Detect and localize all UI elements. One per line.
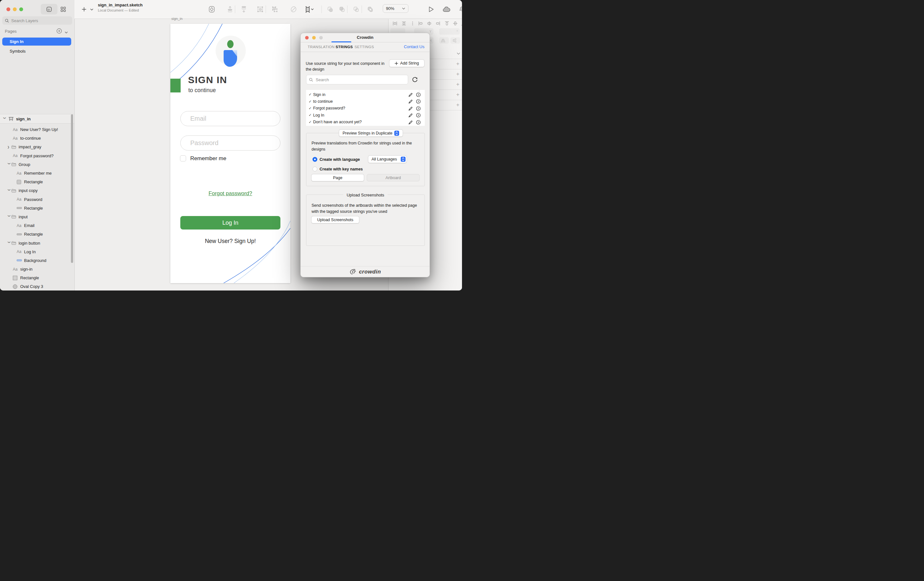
layers-root-row[interactable]: ❯ sign_in: [0, 114, 74, 124]
create-with-key-names-label[interactable]: Create with key names: [320, 167, 363, 171]
boolean-difference-button[interactable]: [366, 5, 375, 14]
contact-us-link[interactable]: Contact Us: [404, 44, 424, 49]
edit-string-button[interactable]: [408, 113, 413, 119]
layer-row[interactable]: ❯input: [0, 212, 74, 221]
more-options-icon[interactable]: [410, 21, 415, 27]
layer-row[interactable]: Rectangle: [0, 273, 74, 282]
disclosure-triangle[interactable]: ❯: [7, 146, 11, 148]
flip-vertical-button[interactable]: [450, 37, 460, 44]
page-button[interactable]: Page: [311, 174, 364, 181]
section-collapse-chevron[interactable]: [457, 52, 460, 56]
create-with-language-label[interactable]: Create with language: [320, 157, 360, 162]
layer-row[interactable]: Rectangle: [0, 230, 74, 238]
grid-view-toggle[interactable]: [58, 4, 68, 15]
add-string-button[interactable]: Add String: [389, 60, 424, 67]
disclosure-triangle[interactable]: ❯: [3, 117, 6, 121]
insert-button[interactable]: [80, 0, 88, 18]
shape-tool-button[interactable]: [207, 5, 216, 14]
boolean-subtract-button[interactable]: [338, 5, 346, 14]
layer-row[interactable]: AaRemember me: [0, 169, 74, 177]
align-right-icon[interactable]: [436, 21, 441, 27]
preview-button[interactable]: [427, 0, 435, 18]
forgot-password-link[interactable]: Forgot password?: [170, 190, 290, 197]
layer-row[interactable]: ❯impact_gray: [0, 142, 74, 151]
string-info-button[interactable]: [416, 113, 421, 119]
string-row[interactable]: ✓to continue: [306, 98, 419, 105]
sign-up-text[interactable]: New User? Sign Up!: [170, 238, 290, 245]
string-row[interactable]: ✓Log In: [306, 112, 419, 118]
remember-me-checkbox[interactable]: [180, 156, 186, 161]
add-style-button[interactable]: +: [455, 61, 461, 67]
disclosure-triangle[interactable]: ❯: [8, 215, 11, 219]
sidebar-page-sign-in[interactable]: Sign In: [2, 38, 71, 46]
tab-translation[interactable]: TRANSLATION: [308, 45, 335, 49]
add-style-button[interactable]: +: [455, 102, 461, 108]
string-row[interactable]: ✓Forgot password?: [306, 105, 419, 112]
layer-row[interactable]: Rectangle: [0, 204, 74, 212]
fullscreen-button[interactable]: [19, 7, 23, 11]
disclosure-triangle[interactable]: ❯: [8, 162, 11, 166]
refresh-strings-button[interactable]: [412, 76, 419, 83]
edit-string-button[interactable]: [408, 99, 413, 105]
frame-tool-chevron[interactable]: [310, 5, 314, 14]
bring-forward-button[interactable]: [226, 5, 234, 14]
layer-row[interactable]: AaLog In: [0, 247, 74, 256]
cloud-share-button[interactable]: [442, 0, 451, 18]
tab-settings[interactable]: SETTINGS: [355, 45, 374, 49]
layer-row[interactable]: Oval Copy 3: [0, 282, 74, 290]
close-button[interactable]: [7, 7, 10, 11]
disclosure-triangle[interactable]: ❯: [8, 189, 11, 193]
rotation-field[interactable]: °: [439, 28, 460, 35]
layer-row[interactable]: ❯login button: [0, 238, 74, 247]
notifications-button[interactable]: [458, 0, 462, 18]
string-search-input[interactable]: [315, 77, 396, 83]
string-search-field[interactable]: [306, 75, 408, 84]
string-info-button[interactable]: [416, 120, 421, 126]
distribute-horizontally-icon[interactable]: [393, 21, 398, 27]
layer-row[interactable]: Rectangle: [0, 177, 74, 186]
tab-strings[interactable]: STRINGS: [336, 45, 353, 49]
artboard-sign-in[interactable]: SIGN IN to continue Remember me Forgot p…: [170, 24, 290, 283]
edit-string-button[interactable]: [408, 120, 413, 126]
layer-row[interactable]: ❯Group: [0, 160, 74, 169]
disclosure-triangle[interactable]: ❯: [8, 241, 11, 245]
preview-strings-dropdown[interactable]: Preview Strings in Duplicate: [339, 129, 403, 137]
add-style-button[interactable]: +: [455, 81, 461, 88]
artboard-button[interactable]: Artboard: [367, 174, 420, 181]
boolean-union-button[interactable]: [326, 5, 335, 14]
zoom-level-dropdown[interactable]: 90%: [383, 4, 408, 13]
upload-screenshots-button[interactable]: Upload Screenshots: [311, 216, 359, 223]
layer-row[interactable]: AaForgot password?: [0, 152, 74, 160]
minimize-button[interactable]: [13, 7, 16, 11]
all-languages-dropdown[interactable]: All Languages: [368, 156, 407, 163]
distribute-vertically-icon[interactable]: [401, 21, 406, 27]
string-info-button[interactable]: [416, 93, 421, 98]
artboard-label[interactable]: sign_in: [171, 17, 183, 20]
group-button[interactable]: [256, 5, 265, 14]
search-layers-input[interactable]: [11, 18, 60, 23]
align-bottom-icon[interactable]: [456, 21, 462, 27]
align-top-icon[interactable]: [444, 21, 449, 27]
sidebar-scrollbar[interactable]: [71, 114, 73, 263]
string-row[interactable]: ✓Don’t have an account yet?: [306, 119, 419, 126]
layer-row[interactable]: Aato-continue: [0, 134, 74, 142]
ungroup-button[interactable]: [270, 5, 279, 14]
add-page-button[interactable]: [56, 28, 62, 35]
layer-row[interactable]: Aasign-in: [0, 265, 74, 273]
send-backward-button[interactable]: [239, 5, 248, 14]
layer-row[interactable]: AaPassword: [0, 195, 74, 204]
search-layers-field[interactable]: [2, 17, 72, 25]
string-info-button[interactable]: [416, 106, 421, 112]
crowdin-plugin-window[interactable]: Crowdin TRANSLATION STRINGS SETTINGS Con…: [300, 33, 430, 277]
sidebar-page-symbols[interactable]: Symbols: [2, 47, 71, 55]
layer-row[interactable]: AaNew User? Sign Up!: [0, 125, 74, 134]
insert-menu-chevron[interactable]: [89, 0, 94, 18]
layer-row[interactable]: AaEmail: [0, 221, 74, 230]
password-field[interactable]: [180, 136, 280, 151]
align-center-horizontal-icon[interactable]: [427, 21, 432, 27]
edit-string-button[interactable]: [408, 106, 413, 112]
string-info-button[interactable]: [416, 99, 421, 105]
add-style-button[interactable]: +: [455, 71, 461, 77]
email-field[interactable]: [180, 111, 280, 126]
add-style-button[interactable]: +: [455, 91, 461, 98]
